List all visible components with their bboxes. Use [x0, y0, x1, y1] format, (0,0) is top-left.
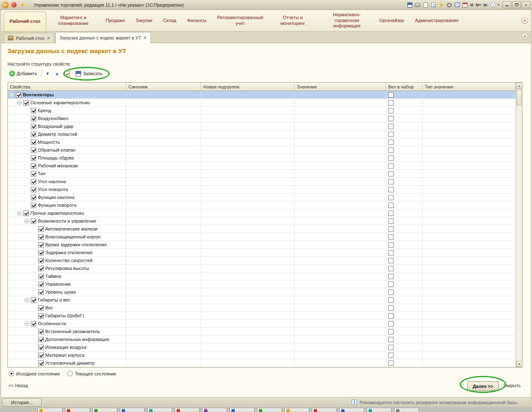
type-cell[interactable]: [423, 320, 516, 327]
section-tab[interactable]: Отчеты и мониторинг: [266, 10, 320, 31]
synonym-cell[interactable]: [126, 115, 201, 122]
table-row[interactable]: Время задержки отключения: [8, 241, 522, 249]
property-checkbox[interactable]: [31, 171, 36, 177]
table-row[interactable]: Уровень шума: [8, 288, 522, 296]
section-tab[interactable]: Нормативно-справочная информация: [320, 10, 374, 31]
collapse-icon[interactable]: [25, 219, 29, 223]
property-checkbox[interactable]: [31, 187, 36, 192]
include-checkbox[interactable]: [388, 274, 394, 279]
property-checkbox[interactable]: [38, 250, 44, 255]
close-button[interactable]: ×: [522, 1, 530, 8]
property-checkbox[interactable]: [31, 179, 36, 184]
calc-mplus-button[interactable]: M+: [475, 2, 482, 7]
taskbar-item[interactable]: [92, 408, 117, 412]
value-cell[interactable]: [295, 217, 386, 225]
include-checkbox[interactable]: [388, 250, 394, 255]
type-cell[interactable]: [423, 336, 516, 343]
include-checkbox[interactable]: [388, 203, 394, 208]
tab-yandex-import[interactable]: Загрузка данных с яндекс маркет в УТ ×: [55, 32, 151, 43]
calc-mminus-button[interactable]: M-: [483, 2, 489, 7]
collapse-icon[interactable]: [17, 211, 22, 216]
subgroup-cell[interactable]: [201, 186, 295, 193]
value-cell[interactable]: [295, 99, 386, 106]
property-checkbox[interactable]: [31, 203, 36, 208]
table-row[interactable]: Функция поворота: [8, 201, 522, 209]
synonym-cell[interactable]: [126, 359, 201, 367]
include-cell[interactable]: [386, 288, 423, 296]
value-cell[interactable]: [295, 272, 386, 280]
property-checkbox[interactable]: [31, 155, 36, 161]
print-preview-icon[interactable]: [422, 2, 429, 8]
property-checkbox[interactable]: [31, 108, 36, 113]
value-cell[interactable]: [295, 359, 386, 367]
synonym-cell[interactable]: [126, 328, 201, 335]
history-button[interactable]: История...: [2, 398, 42, 407]
property-checkbox[interactable]: [31, 140, 36, 145]
table-row[interactable]: Таймер: [8, 272, 522, 280]
include-cell[interactable]: [386, 138, 423, 146]
subgroup-cell[interactable]: [201, 178, 295, 185]
taskbar-item[interactable]: [37, 408, 62, 412]
type-cell[interactable]: [423, 178, 516, 185]
include-cell[interactable]: [386, 162, 423, 169]
set-flags-button[interactable]: [63, 70, 71, 77]
include-cell[interactable]: [386, 343, 423, 351]
move-up-button[interactable]: ▲: [54, 71, 61, 76]
value-cell[interactable]: [295, 233, 386, 240]
subgroup-cell[interactable]: [201, 115, 295, 122]
type-cell[interactable]: [423, 115, 516, 122]
type-cell[interactable]: [423, 343, 516, 351]
value-cell[interactable]: [295, 91, 386, 98]
include-cell[interactable]: [386, 296, 423, 304]
include-checkbox[interactable]: [388, 266, 394, 271]
value-cell[interactable]: [295, 343, 386, 351]
value-cell[interactable]: [295, 304, 386, 311]
synonym-cell[interactable]: [126, 146, 201, 154]
chevron-down-icon[interactable]: ▾: [498, 3, 499, 7]
synonym-cell[interactable]: [126, 209, 201, 217]
type-cell[interactable]: [423, 170, 516, 177]
property-checkbox[interactable]: [31, 124, 36, 129]
collapse-icon[interactable]: [10, 93, 14, 97]
synonym-cell[interactable]: [126, 201, 201, 209]
property-checkbox[interactable]: [38, 289, 44, 295]
column-header[interactable]: Вкл в набор: [386, 83, 423, 91]
include-checkbox[interactable]: [388, 100, 394, 105]
property-checkbox[interactable]: [31, 297, 36, 303]
subgroup-cell[interactable]: [201, 304, 295, 311]
subgroup-cell[interactable]: [201, 107, 295, 114]
synonym-cell[interactable]: [126, 91, 201, 98]
value-cell[interactable]: [295, 123, 386, 130]
close-wizard-button[interactable]: Закрыть: [503, 383, 521, 388]
synonym-cell[interactable]: [126, 154, 201, 162]
table-row[interactable]: Прочие характеристики: [8, 209, 522, 217]
subgroup-cell[interactable]: [201, 272, 295, 280]
synonym-cell[interactable]: [126, 343, 201, 351]
table-row[interactable]: Количество скоростей: [8, 257, 522, 265]
taskbar-item[interactable]: [394, 408, 419, 412]
include-cell[interactable]: [386, 241, 423, 248]
section-tab[interactable]: Администрирование: [409, 10, 463, 31]
property-checkbox[interactable]: [38, 329, 44, 334]
synonym-cell[interactable]: [126, 162, 201, 169]
type-cell[interactable]: [423, 312, 516, 319]
column-header[interactable]: Новая подгруппа: [201, 83, 295, 91]
include-cell[interactable]: [386, 217, 423, 225]
table-row[interactable]: Встроенный увлажнитель: [8, 328, 522, 336]
type-cell[interactable]: [423, 265, 516, 272]
section-tab[interactable]: Склад: [158, 10, 182, 31]
type-cell[interactable]: [423, 296, 516, 304]
column-header[interactable]: Свойства: [8, 83, 126, 91]
subgroup-cell[interactable]: [201, 201, 295, 209]
include-checkbox[interactable]: [388, 108, 394, 113]
type-cell[interactable]: [423, 138, 516, 146]
value-cell[interactable]: [295, 115, 386, 122]
collapse-icon[interactable]: [17, 101, 22, 105]
subgroup-cell[interactable]: [201, 336, 295, 343]
type-cell[interactable]: [423, 130, 516, 138]
subgroup-cell[interactable]: [201, 249, 295, 256]
table-row[interactable]: Угол поворота: [8, 186, 522, 194]
include-checkbox[interactable]: [388, 289, 394, 295]
type-cell[interactable]: [423, 272, 516, 280]
taskbar-item[interactable]: [147, 408, 172, 412]
